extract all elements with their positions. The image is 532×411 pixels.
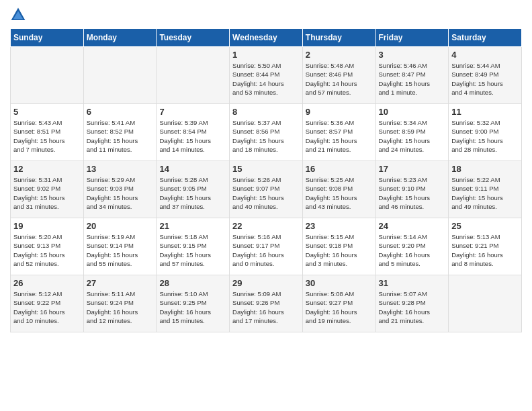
day-info: Sunrise: 5:23 AM Sunset: 9:10 PM Dayligh… <box>379 175 446 211</box>
day-cell <box>449 275 522 332</box>
day-cell: 29Sunrise: 5:09 AM Sunset: 9:26 PM Dayli… <box>230 275 303 332</box>
day-cell: 26Sunrise: 5:12 AM Sunset: 9:22 PM Dayli… <box>11 275 84 332</box>
day-info: Sunrise: 5:12 AM Sunset: 9:22 PM Dayligh… <box>13 289 81 325</box>
day-number: 5 <box>13 107 81 117</box>
day-info: Sunrise: 5:11 AM Sunset: 9:24 PM Dayligh… <box>87 289 154 325</box>
day-cell: 15Sunrise: 5:26 AM Sunset: 9:07 PM Dayli… <box>230 161 303 218</box>
day-info: Sunrise: 5:32 AM Sunset: 9:00 PM Dayligh… <box>451 118 519 154</box>
day-info: Sunrise: 5:43 AM Sunset: 8:51 PM Dayligh… <box>13 118 81 154</box>
day-cell: 9Sunrise: 5:36 AM Sunset: 8:57 PM Daylig… <box>302 104 375 161</box>
day-cell: 4Sunrise: 5:44 AM Sunset: 8:49 PM Daylig… <box>449 47 522 104</box>
day-number: 10 <box>379 107 446 117</box>
day-info: Sunrise: 5:09 AM Sunset: 9:26 PM Dayligh… <box>232 289 300 325</box>
day-info: Sunrise: 5:41 AM Sunset: 8:52 PM Dayligh… <box>87 118 154 154</box>
day-cell: 8Sunrise: 5:37 AM Sunset: 8:56 PM Daylig… <box>230 104 303 161</box>
day-cell: 6Sunrise: 5:41 AM Sunset: 8:52 PM Daylig… <box>83 104 157 161</box>
day-cell: 17Sunrise: 5:23 AM Sunset: 9:10 PM Dayli… <box>375 161 449 218</box>
col-header-tuesday: Tuesday <box>157 29 230 47</box>
day-info: Sunrise: 5:20 AM Sunset: 9:13 PM Dayligh… <box>13 232 81 268</box>
day-cell: 2Sunrise: 5:48 AM Sunset: 8:46 PM Daylig… <box>302 47 375 104</box>
day-cell: 10Sunrise: 5:34 AM Sunset: 8:59 PM Dayli… <box>375 104 449 161</box>
day-number: 11 <box>451 107 519 117</box>
week-row-1: 1Sunrise: 5:50 AM Sunset: 8:44 PM Daylig… <box>11 47 522 104</box>
day-cell: 5Sunrise: 5:43 AM Sunset: 8:51 PM Daylig… <box>11 104 84 161</box>
day-info: Sunrise: 5:46 AM Sunset: 8:47 PM Dayligh… <box>379 61 446 97</box>
day-number: 21 <box>159 221 226 231</box>
day-info: Sunrise: 5:16 AM Sunset: 9:17 PM Dayligh… <box>232 232 300 268</box>
day-info: Sunrise: 5:31 AM Sunset: 9:02 PM Dayligh… <box>13 175 81 211</box>
day-info: Sunrise: 5:25 AM Sunset: 9:08 PM Dayligh… <box>306 175 373 211</box>
page-header <box>10 7 522 23</box>
day-cell <box>157 47 230 104</box>
day-cell: 11Sunrise: 5:32 AM Sunset: 9:00 PM Dayli… <box>449 104 522 161</box>
col-header-saturday: Saturday <box>449 29 522 47</box>
logo-icon <box>10 7 26 23</box>
day-cell: 16Sunrise: 5:25 AM Sunset: 9:08 PM Dayli… <box>302 161 375 218</box>
col-header-wednesday: Wednesday <box>230 29 303 47</box>
day-number: 3 <box>379 50 446 60</box>
day-number: 14 <box>159 164 226 174</box>
day-info: Sunrise: 5:15 AM Sunset: 9:18 PM Dayligh… <box>306 232 373 268</box>
day-number: 27 <box>87 278 154 288</box>
day-info: Sunrise: 5:34 AM Sunset: 8:59 PM Dayligh… <box>379 118 446 154</box>
day-cell: 22Sunrise: 5:16 AM Sunset: 9:17 PM Dayli… <box>230 218 303 275</box>
day-info: Sunrise: 5:08 AM Sunset: 9:27 PM Dayligh… <box>306 289 373 325</box>
day-cell <box>11 47 84 104</box>
day-number: 17 <box>379 164 446 174</box>
day-cell: 31Sunrise: 5:07 AM Sunset: 9:28 PM Dayli… <box>375 275 449 332</box>
day-cell: 1Sunrise: 5:50 AM Sunset: 8:44 PM Daylig… <box>230 47 303 104</box>
day-info: Sunrise: 5:10 AM Sunset: 9:25 PM Dayligh… <box>159 289 226 325</box>
day-cell: 25Sunrise: 5:13 AM Sunset: 9:21 PM Dayli… <box>449 218 522 275</box>
day-number: 24 <box>379 221 446 231</box>
col-header-friday: Friday <box>375 29 449 47</box>
day-number: 23 <box>306 221 373 231</box>
day-cell: 21Sunrise: 5:18 AM Sunset: 9:15 PM Dayli… <box>157 218 230 275</box>
day-cell: 18Sunrise: 5:22 AM Sunset: 9:11 PM Dayli… <box>449 161 522 218</box>
day-number: 9 <box>306 107 373 117</box>
day-number: 30 <box>306 278 373 288</box>
day-info: Sunrise: 5:36 AM Sunset: 8:57 PM Dayligh… <box>306 118 373 154</box>
week-row-5: 26Sunrise: 5:12 AM Sunset: 9:22 PM Dayli… <box>11 275 522 332</box>
day-cell: 14Sunrise: 5:28 AM Sunset: 9:05 PM Dayli… <box>157 161 230 218</box>
header-row: SundayMondayTuesdayWednesdayThursdayFrid… <box>11 29 522 47</box>
day-info: Sunrise: 5:13 AM Sunset: 9:21 PM Dayligh… <box>451 232 519 268</box>
day-cell: 13Sunrise: 5:29 AM Sunset: 9:03 PM Dayli… <box>83 161 157 218</box>
day-cell: 28Sunrise: 5:10 AM Sunset: 9:25 PM Dayli… <box>157 275 230 332</box>
col-header-monday: Monday <box>83 29 157 47</box>
day-number: 8 <box>232 107 300 117</box>
day-number: 2 <box>306 50 373 60</box>
day-info: Sunrise: 5:07 AM Sunset: 9:28 PM Dayligh… <box>379 289 446 325</box>
day-number: 18 <box>451 164 519 174</box>
day-cell <box>83 47 157 104</box>
day-number: 1 <box>232 50 300 60</box>
day-number: 22 <box>232 221 300 231</box>
week-row-2: 5Sunrise: 5:43 AM Sunset: 8:51 PM Daylig… <box>11 104 522 161</box>
day-cell: 3Sunrise: 5:46 AM Sunset: 8:47 PM Daylig… <box>375 47 449 104</box>
day-number: 29 <box>232 278 300 288</box>
day-info: Sunrise: 5:48 AM Sunset: 8:46 PM Dayligh… <box>306 61 373 97</box>
day-info: Sunrise: 5:22 AM Sunset: 9:11 PM Dayligh… <box>451 175 519 211</box>
day-info: Sunrise: 5:26 AM Sunset: 9:07 PM Dayligh… <box>232 175 300 211</box>
day-info: Sunrise: 5:28 AM Sunset: 9:05 PM Dayligh… <box>159 175 226 211</box>
day-cell: 19Sunrise: 5:20 AM Sunset: 9:13 PM Dayli… <box>11 218 84 275</box>
day-number: 19 <box>13 221 81 231</box>
logo <box>10 7 29 23</box>
day-info: Sunrise: 5:14 AM Sunset: 9:20 PM Dayligh… <box>379 232 446 268</box>
day-cell: 12Sunrise: 5:31 AM Sunset: 9:02 PM Dayli… <box>11 161 84 218</box>
day-info: Sunrise: 5:44 AM Sunset: 8:49 PM Dayligh… <box>451 61 519 97</box>
day-number: 26 <box>13 278 81 288</box>
day-cell: 20Sunrise: 5:19 AM Sunset: 9:14 PM Dayli… <box>83 218 157 275</box>
day-number: 13 <box>87 164 154 174</box>
day-number: 16 <box>306 164 373 174</box>
day-cell: 24Sunrise: 5:14 AM Sunset: 9:20 PM Dayli… <box>375 218 449 275</box>
day-number: 15 <box>232 164 300 174</box>
day-number: 25 <box>451 221 519 231</box>
day-info: Sunrise: 5:50 AM Sunset: 8:44 PM Dayligh… <box>232 61 300 97</box>
day-cell: 30Sunrise: 5:08 AM Sunset: 9:27 PM Dayli… <box>302 275 375 332</box>
day-number: 12 <box>13 164 81 174</box>
day-info: Sunrise: 5:19 AM Sunset: 9:14 PM Dayligh… <box>87 232 154 268</box>
col-header-sunday: Sunday <box>11 29 84 47</box>
day-info: Sunrise: 5:18 AM Sunset: 9:15 PM Dayligh… <box>159 232 226 268</box>
day-number: 7 <box>159 107 226 117</box>
day-number: 6 <box>87 107 154 117</box>
